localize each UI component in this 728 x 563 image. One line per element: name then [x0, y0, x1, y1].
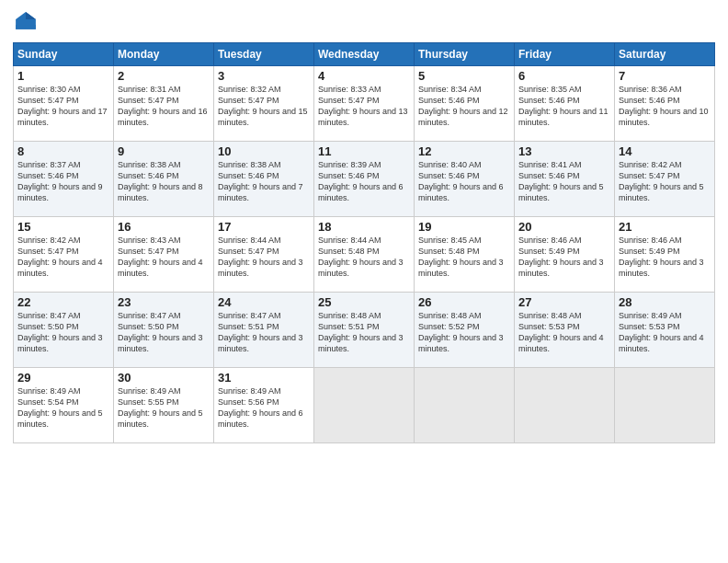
calendar-day-header: Wednesday	[314, 43, 415, 66]
day-info: Sunrise: 8:45 AMSunset: 5:48 PMDaylight:…	[418, 236, 504, 278]
day-number: 8	[17, 144, 109, 158]
day-info: Sunrise: 8:42 AMSunset: 5:47 PMDaylight:…	[619, 160, 704, 202]
day-number: 3	[218, 69, 310, 83]
day-number: 22	[17, 295, 109, 309]
day-info: Sunrise: 8:31 AMSunset: 5:47 PMDaylight:…	[118, 85, 208, 127]
calendar-day-cell: 10 Sunrise: 8:38 AMSunset: 5:46 PMDaylig…	[214, 142, 314, 217]
day-info: Sunrise: 8:48 AMSunset: 5:51 PMDaylight:…	[318, 311, 404, 353]
day-number: 1	[17, 69, 109, 83]
day-info: Sunrise: 8:39 AMSunset: 5:46 PMDaylight:…	[318, 160, 404, 202]
day-info: Sunrise: 8:38 AMSunset: 5:46 PMDaylight:…	[218, 160, 303, 202]
day-number: 31	[218, 371, 310, 385]
day-info: Sunrise: 8:36 AMSunset: 5:46 PMDaylight:…	[619, 85, 709, 127]
day-info: Sunrise: 8:49 AMSunset: 5:55 PMDaylight:…	[118, 386, 203, 429]
calendar-day-cell: 8 Sunrise: 8:37 AMSunset: 5:46 PMDayligh…	[14, 142, 114, 217]
calendar-day-cell: 26 Sunrise: 8:48 AMSunset: 5:52 PMDaylig…	[415, 293, 515, 368]
day-info: Sunrise: 8:33 AMSunset: 5:47 PMDaylight:…	[318, 85, 408, 127]
day-info: Sunrise: 8:46 AMSunset: 5:49 PMDaylight:…	[518, 236, 604, 278]
calendar-day-cell: 28 Sunrise: 8:49 AMSunset: 5:53 PMDaylig…	[615, 293, 715, 368]
day-info: Sunrise: 8:47 AMSunset: 5:51 PMDaylight:…	[218, 311, 303, 353]
calendar-week-row: 1 Sunrise: 8:30 AMSunset: 5:47 PMDayligh…	[14, 66, 715, 142]
calendar-day-cell	[314, 368, 415, 443]
day-number: 14	[619, 144, 711, 158]
calendar-day-header: Saturday	[615, 43, 715, 66]
day-info: Sunrise: 8:30 AMSunset: 5:47 PMDaylight:…	[17, 85, 108, 127]
calendar-day-cell: 11 Sunrise: 8:39 AMSunset: 5:46 PMDaylig…	[314, 142, 415, 217]
calendar-day-header: Sunday	[14, 43, 114, 66]
day-info: Sunrise: 8:46 AMSunset: 5:49 PMDaylight:…	[619, 236, 704, 278]
day-number: 4	[318, 69, 410, 83]
day-number: 16	[118, 220, 210, 234]
day-info: Sunrise: 8:41 AMSunset: 5:46 PMDaylight:…	[518, 160, 604, 202]
day-number: 20	[518, 220, 610, 234]
calendar-day-cell: 7 Sunrise: 8:36 AMSunset: 5:46 PMDayligh…	[615, 66, 715, 142]
day-number: 21	[619, 220, 711, 234]
day-info: Sunrise: 8:49 AMSunset: 5:56 PMDaylight:…	[218, 386, 303, 429]
day-number: 18	[318, 220, 410, 234]
day-number: 25	[318, 295, 410, 309]
day-number: 26	[418, 295, 510, 309]
calendar-day-cell: 30 Sunrise: 8:49 AMSunset: 5:55 PMDaylig…	[114, 368, 214, 443]
calendar-day-cell: 9 Sunrise: 8:38 AMSunset: 5:46 PMDayligh…	[114, 142, 214, 217]
day-number: 5	[418, 69, 510, 83]
calendar-day-cell: 15 Sunrise: 8:42 AMSunset: 5:47 PMDaylig…	[14, 217, 114, 293]
day-number: 2	[118, 69, 210, 83]
calendar-day-cell: 18 Sunrise: 8:44 AMSunset: 5:48 PMDaylig…	[314, 217, 415, 293]
svg-rect-2	[16, 25, 36, 29]
calendar-day-header: Tuesday	[214, 43, 314, 66]
day-number: 7	[619, 69, 711, 83]
calendar-day-header: Monday	[114, 43, 214, 66]
calendar-day-cell: 2 Sunrise: 8:31 AMSunset: 5:47 PMDayligh…	[114, 66, 214, 142]
calendar-day-cell: 29 Sunrise: 8:49 AMSunset: 5:54 PMDaylig…	[14, 368, 114, 443]
calendar-day-cell: 12 Sunrise: 8:40 AMSunset: 5:46 PMDaylig…	[415, 142, 515, 217]
calendar-day-cell: 25 Sunrise: 8:48 AMSunset: 5:51 PMDaylig…	[314, 293, 415, 368]
logo-icon	[13, 9, 39, 35]
day-info: Sunrise: 8:35 AMSunset: 5:46 PMDaylight:…	[518, 85, 609, 127]
day-info: Sunrise: 8:37 AMSunset: 5:46 PMDaylight:…	[17, 160, 103, 202]
day-number: 11	[318, 144, 410, 158]
header	[13, 9, 715, 35]
calendar-header-row: SundayMondayTuesdayWednesdayThursdayFrid…	[14, 43, 715, 66]
calendar-day-cell: 16 Sunrise: 8:43 AMSunset: 5:47 PMDaylig…	[114, 217, 214, 293]
day-number: 10	[218, 144, 310, 158]
calendar-day-cell	[515, 368, 615, 443]
calendar-day-cell: 6 Sunrise: 8:35 AMSunset: 5:46 PMDayligh…	[515, 66, 615, 142]
day-info: Sunrise: 8:44 AMSunset: 5:47 PMDaylight:…	[218, 236, 303, 278]
day-number: 17	[218, 220, 310, 234]
calendar-day-cell: 20 Sunrise: 8:46 AMSunset: 5:49 PMDaylig…	[515, 217, 615, 293]
day-number: 24	[218, 295, 310, 309]
day-number: 28	[619, 295, 711, 309]
calendar-day-header: Thursday	[415, 43, 515, 66]
calendar-day-cell	[615, 368, 715, 443]
day-number: 9	[118, 144, 210, 158]
calendar-day-cell: 19 Sunrise: 8:45 AMSunset: 5:48 PMDaylig…	[415, 217, 515, 293]
day-number: 15	[17, 220, 109, 234]
calendar-day-cell: 31 Sunrise: 8:49 AMSunset: 5:56 PMDaylig…	[214, 368, 314, 443]
day-number: 13	[518, 144, 610, 158]
calendar-week-row: 8 Sunrise: 8:37 AMSunset: 5:46 PMDayligh…	[14, 142, 715, 217]
day-number: 23	[118, 295, 210, 309]
calendar-day-cell: 5 Sunrise: 8:34 AMSunset: 5:46 PMDayligh…	[415, 66, 515, 142]
calendar-day-cell: 27 Sunrise: 8:48 AMSunset: 5:53 PMDaylig…	[515, 293, 615, 368]
day-info: Sunrise: 8:44 AMSunset: 5:48 PMDaylight:…	[318, 236, 404, 278]
calendar-day-cell: 4 Sunrise: 8:33 AMSunset: 5:47 PMDayligh…	[314, 66, 415, 142]
day-number: 29	[17, 371, 109, 385]
calendar-day-cell: 13 Sunrise: 8:41 AMSunset: 5:46 PMDaylig…	[515, 142, 615, 217]
day-info: Sunrise: 8:43 AMSunset: 5:47 PMDaylight:…	[118, 236, 203, 278]
day-info: Sunrise: 8:34 AMSunset: 5:46 PMDaylight:…	[418, 85, 508, 127]
calendar-week-row: 15 Sunrise: 8:42 AMSunset: 5:47 PMDaylig…	[14, 217, 715, 293]
calendar-day-cell: 1 Sunrise: 8:30 AMSunset: 5:47 PMDayligh…	[14, 66, 114, 142]
day-info: Sunrise: 8:32 AMSunset: 5:47 PMDaylight:…	[218, 85, 308, 127]
day-info: Sunrise: 8:38 AMSunset: 5:46 PMDaylight:…	[118, 160, 203, 202]
page-container: SundayMondayTuesdayWednesdayThursdayFrid…	[0, 0, 728, 449]
day-info: Sunrise: 8:40 AMSunset: 5:46 PMDaylight:…	[418, 160, 504, 202]
day-number: 30	[118, 371, 210, 385]
day-number: 12	[418, 144, 510, 158]
day-info: Sunrise: 8:48 AMSunset: 5:53 PMDaylight:…	[518, 311, 604, 353]
calendar-day-header: Friday	[515, 43, 615, 66]
day-info: Sunrise: 8:49 AMSunset: 5:53 PMDaylight:…	[619, 311, 704, 353]
calendar-day-cell: 23 Sunrise: 8:47 AMSunset: 5:50 PMDaylig…	[114, 293, 214, 368]
calendar-day-cell: 22 Sunrise: 8:47 AMSunset: 5:50 PMDaylig…	[14, 293, 114, 368]
day-number: 6	[518, 69, 610, 83]
day-info: Sunrise: 8:48 AMSunset: 5:52 PMDaylight:…	[418, 311, 504, 353]
